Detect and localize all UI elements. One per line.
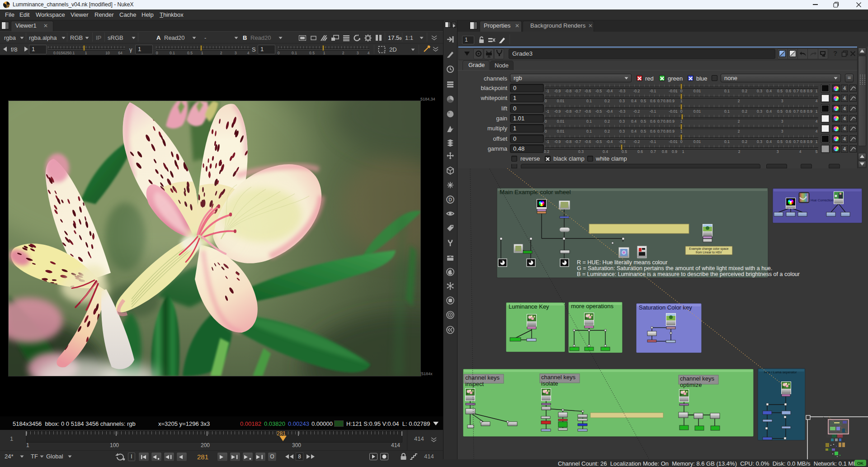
svg-text:channel keys: channel keys	[680, 375, 714, 382]
svg-text:R = HUE: Hue literally means c: R = HUE: Hue literally means colour	[577, 259, 667, 266]
svg-text:B = Luminance: Luminance is a: B = Luminance: Luminance is a measure to…	[577, 271, 800, 277]
svg-text:channel keys: channel keys	[465, 374, 500, 381]
svg-text:optimize: optimize	[680, 381, 702, 388]
svg-text:more operations: more operations	[571, 303, 613, 310]
svg-text:D: D	[448, 197, 452, 202]
svg-text:isolate: isolate	[541, 380, 558, 387]
svg-text:inspect: inspect	[465, 381, 484, 387]
svg-text:Hue Corrections: Hue Corrections	[811, 198, 835, 202]
svg-text:from Linear to HSV: from Linear to HSV	[696, 251, 722, 254]
svg-text:Example change color space: Example change color space	[689, 247, 728, 251]
svg-text:G = Saturation: Saturation per: G = Saturation: Saturation pertains the …	[577, 265, 773, 272]
svg-text:Luminance Key: Luminance Key	[509, 303, 549, 310]
svg-text:channel keys: channel keys	[541, 374, 576, 381]
svg-text:Hue / Luma seperator: Hue / Luma seperator	[764, 370, 797, 374]
svg-text:Saturation Color key: Saturation Color key	[639, 304, 692, 311]
svg-text:Main Example color wheel: Main Example color wheel	[500, 189, 571, 195]
